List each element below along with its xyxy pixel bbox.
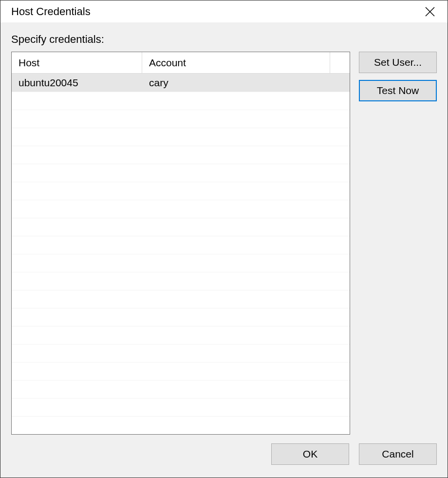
- table-row[interactable]: ubuntu20045cary: [12, 74, 350, 92]
- table-body: ubuntu20045cary: [12, 74, 350, 434]
- table-row-empty: [12, 326, 350, 344]
- bottom-buttons: OK Cancel: [11, 435, 437, 465]
- dialog-body: Specify credentials: Host Account ubuntu…: [0, 22, 448, 478]
- table-row-empty: [12, 182, 350, 200]
- dialog-title: Host Credentials: [11, 5, 91, 18]
- table-row-empty: [12, 200, 350, 218]
- close-button[interactable]: [420, 2, 440, 21]
- table-row-empty: [12, 380, 350, 398]
- table-row-empty: [12, 290, 350, 308]
- table-row-empty: [12, 92, 350, 110]
- table-row-empty: [12, 308, 350, 326]
- table-row-empty: [12, 398, 350, 416]
- set-user-button[interactable]: Set User...: [359, 52, 437, 73]
- column-header-account[interactable]: Account: [142, 52, 330, 74]
- cancel-button[interactable]: Cancel: [359, 443, 437, 465]
- close-icon: [425, 6, 435, 17]
- cell-host: ubuntu20045: [12, 74, 142, 92]
- title-bar: Host Credentials: [0, 0, 448, 22]
- column-header-host[interactable]: Host: [12, 52, 142, 74]
- host-credentials-dialog: Host Credentials Specify credentials: Ho…: [0, 0, 448, 478]
- test-now-button[interactable]: Test Now: [359, 80, 437, 101]
- table-row-empty: [12, 236, 350, 254]
- cell-status: [330, 74, 350, 92]
- cell-account: cary: [142, 74, 330, 92]
- table-row-empty: [12, 272, 350, 290]
- table-row-empty: [12, 110, 350, 128]
- side-buttons: Set User... Test Now: [359, 52, 437, 101]
- table-row-empty: [12, 218, 350, 236]
- ok-button[interactable]: OK: [271, 443, 349, 465]
- table-row-empty: [12, 362, 350, 380]
- specify-credentials-label: Specify credentials:: [11, 33, 437, 46]
- content-row: Host Account ubuntu20045cary Set User...…: [11, 52, 437, 435]
- table-row-empty: [12, 164, 350, 182]
- column-header-status: [330, 52, 350, 74]
- table-row-empty: [12, 254, 350, 272]
- table-row-empty: [12, 416, 350, 434]
- table-row-empty: [12, 146, 350, 164]
- credentials-table[interactable]: Host Account ubuntu20045cary: [11, 52, 350, 435]
- table-header: Host Account: [12, 52, 350, 74]
- table-row-empty: [12, 344, 350, 362]
- table-row-empty: [12, 128, 350, 146]
